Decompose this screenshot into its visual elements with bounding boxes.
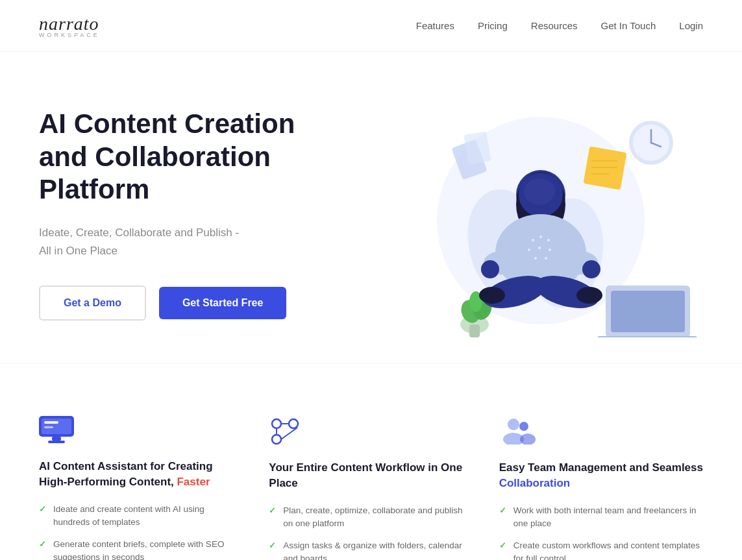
get-started-button[interactable]: Get Started Free — [159, 287, 286, 319]
feature-1-icon — [39, 416, 243, 446]
feature-2-icon — [269, 416, 473, 447]
hero-title: AI Content Creation and Collaboration Pl… — [39, 108, 351, 206]
svg-point-49 — [272, 419, 281, 428]
nav-features[interactable]: Features — [416, 20, 454, 31]
logo-sub: WORKSPACE — [39, 32, 100, 38]
nav-links: Features Pricing Resources Get In Touch … — [416, 20, 703, 31]
svg-point-28 — [539, 236, 542, 238]
svg-rect-46 — [44, 426, 53, 428]
svg-point-51 — [272, 435, 281, 444]
list-item: Generate content briefs, complete with S… — [39, 538, 243, 560]
svg-point-42 — [576, 287, 602, 304]
svg-rect-47 — [52, 437, 61, 441]
svg-rect-13 — [596, 336, 699, 337]
list-item: Plan, create, optimize, collaborate and … — [269, 504, 473, 531]
svg-rect-45 — [44, 421, 58, 424]
list-item: Work with both internal team and freelan… — [499, 504, 703, 531]
feature-3-list: Work with both internal team and freelan… — [499, 504, 703, 560]
feature-1-list: Ideate and create content with AI using … — [39, 503, 243, 560]
svg-point-34 — [545, 257, 547, 260]
svg-point-24 — [524, 178, 555, 204]
svg-point-33 — [534, 257, 537, 260]
svg-point-50 — [289, 419, 298, 428]
svg-line-54 — [281, 428, 297, 439]
svg-point-57 — [519, 422, 528, 431]
feature-workflow: Your Entire Content Workflow in One Plac… — [269, 403, 473, 560]
nav-pricing[interactable]: Pricing — [478, 20, 508, 31]
feature-2-list: Plan, create, optimize, collaborate and … — [269, 504, 473, 560]
nav-resources[interactable]: Resources — [531, 20, 578, 31]
hero-subtitle: Ideate, Create, Collaborate and Publish … — [39, 224, 351, 259]
list-item: Create custom workflows and content temp… — [499, 539, 703, 560]
hero-section: AI Content Creation and Collaboration Pl… — [0, 52, 742, 363]
svg-point-58 — [520, 433, 536, 444]
feature-3-title: Easy Team Management and Seamless Collab… — [499, 460, 703, 491]
nav-login[interactable]: Login — [679, 20, 703, 31]
svg-point-38 — [582, 260, 600, 278]
svg-point-41 — [479, 287, 505, 304]
svg-point-55 — [508, 419, 519, 430]
svg-point-29 — [547, 239, 550, 241]
list-item: Assign tasks & organize with folders, ca… — [269, 539, 473, 560]
hero-content: AI Content Creation and Collaboration Pl… — [39, 108, 351, 321]
svg-rect-48 — [48, 441, 65, 443]
hero-buttons: Get a Demo Get Started Free — [39, 286, 351, 321]
features-section: AI Content Assistant for Creating High-P… — [0, 363, 742, 560]
svg-point-30 — [528, 249, 530, 251]
feature-1-title: AI Content Assistant for Creating High-P… — [39, 459, 243, 490]
hero-image — [365, 91, 703, 337]
hero-illustration — [365, 91, 703, 337]
svg-rect-12 — [611, 291, 685, 332]
feature-ai-content: AI Content Assistant for Creating High-P… — [39, 403, 243, 560]
logo[interactable]: narrato WORKSPACE — [39, 14, 100, 38]
list-item: Ideate and create content with AI using … — [39, 503, 243, 530]
nav-contact[interactable]: Get In Touch — [601, 20, 656, 31]
feature-2-title: Your Entire Content Workflow in One Plac… — [269, 460, 473, 491]
svg-point-31 — [538, 247, 541, 249]
svg-point-37 — [481, 260, 499, 278]
feature-team: Easy Team Management and Seamless Collab… — [499, 403, 703, 560]
svg-point-32 — [549, 249, 551, 251]
svg-rect-15 — [469, 324, 480, 337]
navbar: narrato WORKSPACE Features Pricing Resou… — [0, 0, 742, 52]
feature-3-icon — [499, 416, 703, 447]
svg-point-27 — [532, 239, 534, 241]
get-demo-button[interactable]: Get a Demo — [39, 286, 146, 321]
